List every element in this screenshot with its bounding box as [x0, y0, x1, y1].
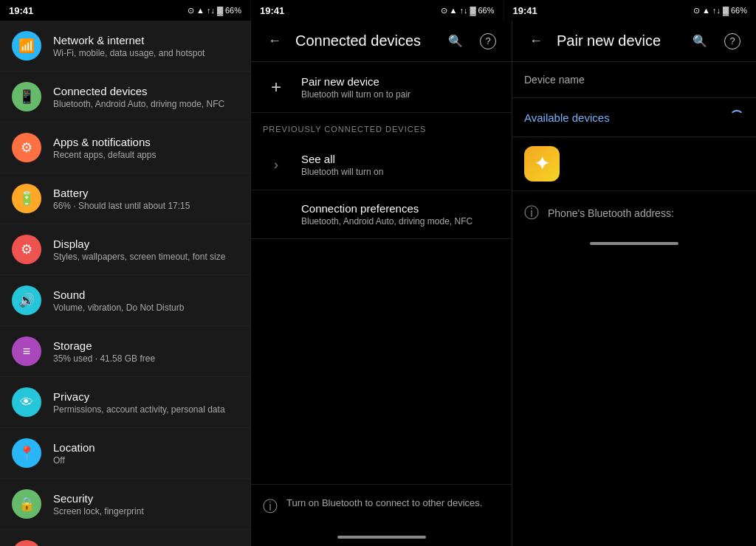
- status-bar: 19:41 ⊙ ▲ ↑↓ ▓ 66% 19:41 ⊙ ▲ ↑↓ ▓ 66% 19…: [0, 0, 756, 21]
- pair-new-device-item[interactable]: + Pair new device Bluetooth will turn on…: [251, 62, 512, 113]
- search-button-pair[interactable]: 🔍: [688, 30, 712, 53]
- battery-icon-3: ▓ 66%: [723, 6, 747, 15]
- bluetooth-symbol: ✦: [535, 153, 549, 174]
- settings-icon-location: 📍: [12, 438, 41, 468]
- settings-text-battery: Battery 66% · Should last until about 17…: [53, 187, 238, 211]
- settings-item-network[interactable]: 📶 Network & internet Wi-Fi, mobile, data…: [0, 21, 250, 72]
- settings-item-connected[interactable]: 📱 Connected devices Bluetooth, Android A…: [0, 72, 250, 122]
- settings-subtitle-battery: 66% · Should last until about 17:15: [53, 201, 238, 211]
- see-all-chevron-icon: ›: [263, 151, 289, 178]
- settings-text-sound: Sound Volume, vibration, Do Not Disturb: [53, 288, 238, 313]
- battery-icon-2: ▓ 66%: [470, 6, 494, 15]
- connection-prefs-title: Connection preferences: [301, 202, 500, 215]
- settings-symbol-apps: ⚙: [21, 139, 32, 156]
- nav-bar-line: [337, 536, 426, 539]
- settings-text-apps: Apps & notifications Recent apps, defaul…: [53, 136, 238, 160]
- settings-title-network: Network & internet: [53, 34, 238, 46]
- see-all-item[interactable]: › See all Bluetooth will turn on: [251, 139, 512, 190]
- settings-title-accounts: Accounts: [53, 543, 238, 547]
- back-button-connected[interactable]: ←: [263, 30, 286, 53]
- settings-symbol-location: 📍: [18, 445, 35, 461]
- settings-icon-sound: 🔊: [12, 286, 41, 315]
- settings-symbol-sound: 🔊: [18, 292, 35, 308]
- settings-item-location[interactable]: 📍 Location Off: [0, 428, 250, 479]
- help-icon: ?: [480, 33, 496, 49]
- settings-text-accounts: Accounts WhatsApp, Google, and Duo: [53, 543, 238, 547]
- pair-new-device-title: Pair new device: [301, 75, 500, 88]
- settings-subtitle-privacy: Permissions, account activity, personal …: [53, 404, 238, 415]
- sim-icon-3: ⊙: [693, 6, 700, 15]
- settings-icon-battery: 🔋: [12, 184, 41, 213]
- status-bar-panel3: 19:41 ⊙ ▲ ↑↓ ▓ 66%: [504, 0, 757, 21]
- main-content: 📶 Network & internet Wi-Fi, mobile, data…: [0, 21, 756, 546]
- settings-item-sound[interactable]: 🔊 Sound Volume, vibration, Do Not Distur…: [0, 275, 250, 326]
- settings-symbol-battery: 🔋: [18, 190, 35, 207]
- connection-prefs-text: Connection preferences Bluetooth, Androi…: [263, 202, 500, 227]
- settings-subtitle-storage: 35% used · 41.58 GB free: [53, 353, 238, 364]
- connection-prefs-subtitle: Bluetooth, Android Auto, driving mode, N…: [301, 216, 500, 227]
- device-name-section: Device name: [512, 62, 756, 98]
- panel-pair-new-device: ← Pair new device 🔍 ? Device name Availa…: [512, 21, 756, 546]
- settings-icon-apps: ⚙: [12, 133, 41, 162]
- pair-new-device-subtitle: Bluetooth will turn on to pair: [301, 89, 500, 100]
- status-bar-panel1: 19:41 ⊙ ▲ ↑↓ ▓ 66%: [0, 0, 251, 21]
- settings-title-connected: Connected devices: [53, 85, 238, 97]
- battery-icon: ▓ 66%: [217, 6, 241, 15]
- help-button-connected[interactable]: ?: [476, 30, 500, 53]
- panel-settings: 📶 Network & internet Wi-Fi, mobile, data…: [0, 21, 251, 546]
- status-icons-3: ⊙ ▲ ↑↓ ▓ 66%: [693, 6, 747, 15]
- settings-subtitle-location: Off: [53, 455, 238, 466]
- settings-subtitle-connected: Bluetooth, Android Auto, driving mode, N…: [53, 99, 238, 109]
- settings-item-security[interactable]: 🔒 Security Screen lock, fingerprint: [0, 479, 250, 530]
- wifi-icon: ▲: [196, 6, 205, 15]
- help-button-pair[interactable]: ?: [721, 30, 744, 53]
- settings-item-display[interactable]: ⚙ Display Styles, wallpapers, screen tim…: [0, 224, 250, 275]
- see-all-subtitle: Bluetooth will turn on: [301, 167, 500, 177]
- nav-bar-line-pair: [590, 242, 678, 245]
- settings-item-storage[interactable]: ≡ Storage 35% used · 41.58 GB free: [0, 326, 250, 377]
- bluetooth-info-section: ⓘ Turn on Bluetooth to connect to other …: [251, 484, 512, 528]
- settings-subtitle-display: Styles, wallpapers, screen timeout, font…: [53, 252, 238, 262]
- bluetooth-device-placeholder[interactable]: ✦: [512, 137, 756, 191]
- see-all-text: See all Bluetooth will turn on: [301, 153, 500, 177]
- pair-device-title: Pair new device: [557, 32, 679, 49]
- settings-text-storage: Storage 35% used · 41.58 GB free: [53, 339, 238, 364]
- connection-prefs-item[interactable]: Connection preferences Bluetooth, Androi…: [251, 190, 512, 239]
- settings-title-apps: Apps & notifications: [53, 136, 238, 148]
- settings-item-apps[interactable]: ⚙ Apps & notifications Recent apps, defa…: [0, 122, 250, 173]
- settings-text-display: Display Styles, wallpapers, screen timeo…: [53, 238, 238, 262]
- settings-text-connected: Connected devices Bluetooth, Android Aut…: [53, 85, 238, 109]
- settings-symbol-security: 🔒: [18, 496, 35, 512]
- settings-icon-connected: 📱: [12, 82, 41, 111]
- settings-icon-storage: ≡: [12, 336, 41, 366]
- settings-subtitle-network: Wi-Fi, mobile, data usage, and hotspot: [53, 48, 238, 58]
- loading-spinner: [729, 110, 744, 125]
- settings-icon-display: ⚙: [12, 235, 41, 264]
- available-devices-header: Available devices: [512, 98, 756, 137]
- status-time-3: 19:41: [513, 5, 537, 16]
- settings-symbol-network: 📶: [18, 38, 35, 54]
- settings-subtitle-security: Screen lock, fingerprint: [53, 506, 238, 516]
- settings-title-location: Location: [53, 441, 238, 454]
- nav-bar-pair: [512, 235, 756, 252]
- settings-subtitle-sound: Volume, vibration, Do Not Disturb: [53, 303, 238, 313]
- settings-item-privacy[interactable]: 👁 Privacy Permissions, account activity,…: [0, 377, 250, 428]
- settings-item-battery[interactable]: 🔋 Battery 66% · Should last until about …: [0, 173, 250, 224]
- signal-icon: ↑↓: [207, 6, 215, 15]
- phone-bt-address-section: ⓘ Phone's Bluetooth address:: [512, 191, 756, 235]
- search-button-connected[interactable]: 🔍: [444, 30, 467, 53]
- settings-symbol-storage: ≡: [23, 344, 31, 359]
- plus-icon: +: [263, 74, 289, 100]
- signal-icon-2: ↑↓: [459, 6, 467, 15]
- settings-text-location: Location Off: [53, 441, 238, 466]
- settings-symbol-connected: 📱: [18, 89, 35, 105]
- status-bar-panel2: 19:41 ⊙ ▲ ↑↓ ▓ 66%: [251, 0, 504, 21]
- status-time-1: 19:41: [9, 5, 33, 16]
- settings-title-display: Display: [53, 238, 238, 250]
- settings-item-accounts[interactable]: 👤 Accounts WhatsApp, Google, and Duo: [0, 530, 250, 546]
- settings-subtitle-apps: Recent apps, default apps: [53, 150, 238, 160]
- back-button-pair[interactable]: ←: [524, 30, 548, 53]
- sim-icon: ⊙: [188, 6, 194, 15]
- bluetooth-device-icon: ✦: [524, 146, 560, 182]
- settings-symbol-display: ⚙: [21, 241, 32, 258]
